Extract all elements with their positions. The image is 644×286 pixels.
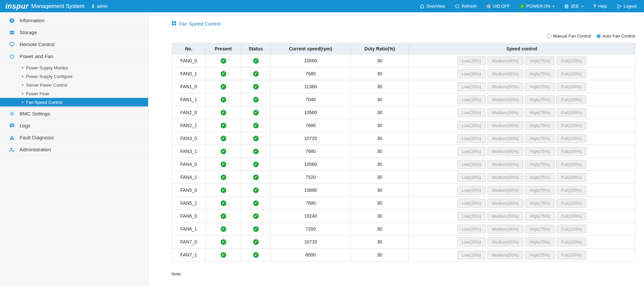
speed-full-button[interactable]: Full(100%) [557,173,587,182]
speed-high-button[interactable]: High(75%) [525,199,555,208]
speed-button-group: Low(20%)Medium(50%)High(75%)Full(100%) [409,238,635,247]
auto-fan-control-option[interactable]: Auto Fan Control [596,34,635,38]
speed-low-button[interactable]: Low(20%) [457,56,486,65]
sidebar-item-fault-diagnosis[interactable]: Fault Diagnosis [0,132,148,144]
speed-low-button[interactable]: Low(20%) [457,250,486,259]
speed-low-button[interactable]: Low(20%) [457,199,486,208]
speed-high-button[interactable]: High(75%) [525,147,555,156]
speed-high-button[interactable]: High(75%) [525,121,555,130]
sidebar-item-logs[interactable]: Logs [0,120,148,132]
speed-control-cell: Low(20%)Medium(50%)High(75%)Full(100%) [409,119,635,132]
speed-full-button[interactable]: Full(100%) [557,199,587,208]
speed-medium-button[interactable]: Medium(50%) [487,250,523,259]
speed-low-button[interactable]: Low(20%) [457,121,486,130]
speed-low-button[interactable]: Low(20%) [457,69,486,78]
speed-medium-button[interactable]: Medium(50%) [487,95,523,104]
logout-button[interactable]: Logout [617,4,637,9]
speed-full-button[interactable]: Full(100%) [557,225,587,234]
speed-low-button[interactable]: Low(20%) [457,108,486,117]
speed-low-button[interactable]: Low(20%) [457,160,486,169]
user-name: admin [97,4,108,9]
speed-full-button[interactable]: Full(100%) [557,147,587,156]
speed-low-button[interactable]: Low(20%) [457,82,486,91]
speed-medium-button[interactable]: Medium(50%) [487,56,523,65]
speed-high-button[interactable]: High(75%) [525,82,555,91]
speed-low-button[interactable]: Low(20%) [457,212,486,221]
overview-button[interactable]: OverView [420,4,445,9]
speed-full-button[interactable]: Full(100%) [557,212,587,221]
speed-low-button[interactable]: Low(20%) [457,186,486,195]
speed-high-button[interactable]: High(75%) [525,225,555,234]
sidebar-item-power-and-fan[interactable]: Power and Fan [0,50,148,62]
speed-low-button[interactable]: Low(20%) [457,147,486,156]
speed-full-button[interactable]: Full(100%) [557,160,587,169]
uid-toggle-button[interactable]: UID:OFF [487,4,510,9]
speed-full-button[interactable]: Full(100%) [557,95,587,104]
speed-low-button[interactable]: Low(20%) [457,238,486,247]
speed-high-button[interactable]: High(75%) [525,56,555,65]
sidebar-item-storage[interactable]: Storage [0,27,148,38]
status-ok-icon: ✓ [253,136,259,141]
speed-full-button[interactable]: Full(100%) [557,250,587,259]
language-menu-button[interactable]: 语言 ▾ [564,3,583,9]
manual-fan-control-radio[interactable] [547,34,552,38]
speed-medium-button[interactable]: Medium(50%) [487,147,523,156]
speed-full-button[interactable]: Full(100%) [557,134,587,143]
sidebar-subitem-power-peak[interactable]: • Power Peak [0,89,148,98]
col-header-no: No. [172,43,206,54]
speed-medium-button[interactable]: Medium(50%) [487,238,523,247]
speed-high-button[interactable]: High(75%) [525,108,555,117]
speed-high-button[interactable]: High(75%) [525,160,555,169]
present-ok-icon: ✓ [221,175,226,180]
sidebar-subitem-power-supply-configure[interactable]: • Power Supply Configure [0,72,148,81]
speed-high-button[interactable]: High(75%) [525,95,555,104]
speed-medium-button[interactable]: Medium(50%) [487,134,523,143]
speed-medium-button[interactable]: Medium(50%) [487,212,523,221]
speed-low-button[interactable]: Low(20%) [457,225,486,234]
speed-high-button[interactable]: High(75%) [525,250,555,259]
speed-medium-button[interactable]: Medium(50%) [487,121,523,130]
speed-low-button[interactable]: Low(20%) [457,134,486,143]
speed-full-button[interactable]: Full(100%) [557,56,587,65]
speed-high-button[interactable]: High(75%) [525,238,555,247]
speed-medium-button[interactable]: Medium(50%) [487,108,523,117]
speed-high-button[interactable]: High(75%) [525,186,555,195]
sidebar-subitem-server-power-control[interactable]: • Server Power Control [0,81,148,89]
speed-medium-button[interactable]: Medium(50%) [487,186,523,195]
speed-high-button[interactable]: High(75%) [525,69,555,78]
manual-fan-control-option[interactable]: Manual Fan Control [547,34,591,38]
sidebar-subitem-fan-speed-control[interactable]: • Fan Speed Control [0,98,148,107]
auto-fan-control-radio[interactable] [596,34,601,38]
speed-full-button[interactable]: Full(100%) [557,108,587,117]
speed-low-button[interactable]: Low(20%) [457,173,486,182]
speed-high-button[interactable]: High(75%) [525,134,555,143]
sidebar-item-information[interactable]: Information [0,15,148,27]
speed-high-button[interactable]: High(75%) [525,173,555,182]
speed-full-button[interactable]: Full(100%) [557,186,587,195]
sidebar-item-bmc-settings[interactable]: BMC Settings [0,108,148,120]
speed-low-button[interactable]: Low(20%) [457,95,486,104]
speed-medium-button[interactable]: Medium(50%) [487,225,523,234]
speed-full-button[interactable]: Full(100%) [557,69,587,78]
speed-medium-button[interactable]: Medium(50%) [487,69,523,78]
speed-full-button[interactable]: Full(100%) [557,121,587,130]
power-menu-button[interactable]: ✓ POWER:ON ▾ [520,4,554,9]
sidebar-item-administration[interactable]: Administration [0,144,148,156]
fan-duty-cell: 30 [351,223,409,236]
help-button[interactable]: ? Help [593,3,607,9]
speed-medium-button[interactable]: Medium(50%) [487,173,523,182]
sidebar-item-label: Remote Control [20,41,54,47]
speed-medium-button[interactable]: Medium(50%) [487,199,523,208]
fan-present-cell: ✓ [206,236,241,249]
refresh-button[interactable]: Refresh [455,4,477,9]
table-row: FAN6_0✓✓1024030Low(20%)Medium(50%)High(7… [172,210,635,223]
fan-speed-cell: 7680 [271,145,351,158]
sidebar-item-remote-control[interactable]: Remote Control [0,38,148,50]
speed-full-button[interactable]: Full(100%) [557,82,587,91]
sidebar-subitem-power-supply-monitor[interactable]: • Power Supply Monitor [0,63,148,72]
speed-full-button[interactable]: Full(100%) [557,238,587,247]
fan-status-cell: ✓ [241,158,271,171]
speed-high-button[interactable]: High(75%) [525,212,555,221]
speed-medium-button[interactable]: Medium(50%) [487,160,523,169]
speed-medium-button[interactable]: Medium(50%) [487,82,523,91]
